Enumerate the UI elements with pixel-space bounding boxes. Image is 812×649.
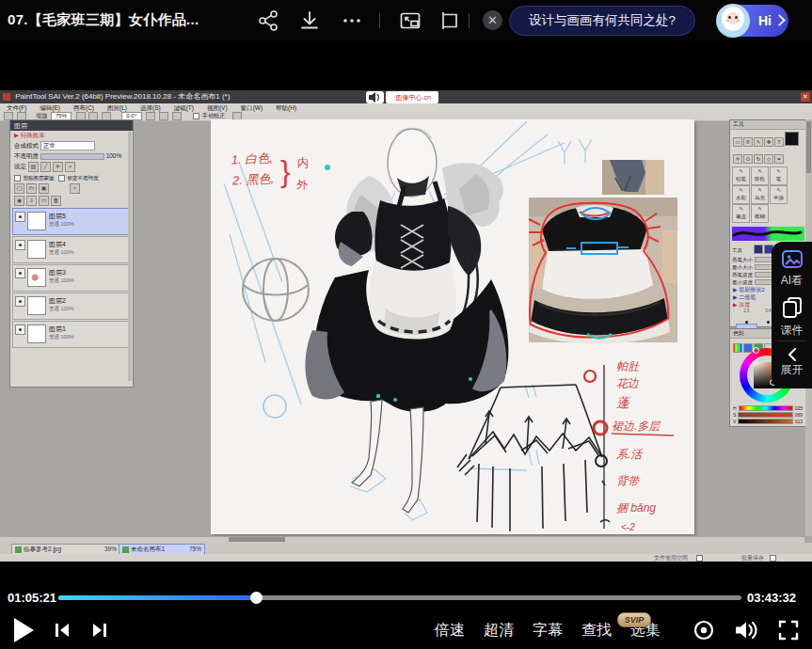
menu-help[interactable]: 帮助(H): [269, 104, 303, 111]
share-icon[interactable]: [257, 9, 279, 32]
wheel-tab-icon[interactable]: [733, 343, 742, 353]
mode-swatch[interactable]: [754, 245, 763, 254]
progress-thumb[interactable]: [250, 592, 263, 604]
magic-wand-icon[interactable]: ✧: [70, 183, 80, 194]
rotate-reset-button[interactable]: [159, 112, 168, 120]
zoom-tool-icon[interactable]: ⊙: [743, 154, 753, 164]
sai-close-button[interactable]: ✕: [801, 92, 810, 102]
brush-eraser[interactable]: ✎橡皮: [732, 204, 750, 223]
eye-icon[interactable]: [15, 268, 25, 278]
quality-button[interactable]: 超清: [484, 621, 514, 641]
rotate-cw-button[interactable]: [172, 112, 182, 120]
expand-label[interactable]: 展开: [772, 362, 812, 378]
opacity-slider[interactable]: [40, 153, 104, 160]
delete-layer-icon[interactable]: 🗑: [51, 196, 61, 206]
menu-edit[interactable]: 编辑(E): [33, 104, 67, 111]
eye-icon[interactable]: [15, 296, 25, 307]
move-lock-icon[interactable]: ✛: [53, 162, 63, 172]
status-checkbox-2[interactable]: [770, 555, 776, 562]
progress-bar[interactable]: [58, 595, 741, 600]
previous-button[interactable]: [53, 621, 72, 640]
note-inner: 内: [297, 156, 309, 169]
vertical-scrollbar-thumb[interactable]: [806, 121, 811, 173]
play-button[interactable]: [14, 618, 35, 642]
move-tool-icon[interactable]: ✥: [764, 137, 773, 147]
close-icon[interactable]: ✕: [483, 10, 502, 30]
brush-flat[interactable]: ✎平涂: [770, 185, 788, 204]
new-folder-icon[interactable]: 🗀: [26, 183, 37, 194]
pip-icon[interactable]: [399, 9, 422, 32]
brush-marker[interactable]: ✎马克: [751, 185, 769, 204]
min-size-label: 最小大小: [732, 263, 753, 271]
fullscreen-icon[interactable]: [777, 619, 800, 641]
collapse-chevron-icon[interactable]: [785, 347, 800, 362]
lock-opacity-checkbox[interactable]: [58, 175, 65, 182]
layers-scrollbar[interactable]: [128, 132, 132, 381]
menu-layer[interactable]: 图层(L): [101, 104, 134, 111]
status-checkbox[interactable]: [696, 555, 703, 562]
layer-row[interactable]: 图层4 普通 100%: [12, 236, 131, 263]
rotate-ccw-button[interactable]: [146, 112, 155, 120]
text-tool-icon[interactable]: T: [774, 137, 784, 147]
clipping-mask-checkbox[interactable]: [14, 175, 21, 182]
subtitle-button[interactable]: 字幕: [533, 621, 563, 641]
layer-row[interactable]: 图层3 普通 100%: [12, 264, 131, 292]
val-slider[interactable]: [738, 419, 792, 424]
horizontal-scrollbar-thumb[interactable]: [229, 537, 285, 542]
fill-lock-icon[interactable]: ▪: [65, 162, 75, 172]
lock-alpha-icon[interactable]: ▨: [28, 162, 39, 172]
search-button[interactable]: 查找: [581, 621, 612, 641]
menu-file[interactable]: 文件(F): [0, 104, 33, 111]
clip-icon[interactable]: [439, 9, 462, 32]
new-mask-icon[interactable]: ▣: [39, 183, 49, 194]
assistant-avatar[interactable]: [716, 4, 750, 38]
pen-lock-icon[interactable]: ╱: [40, 162, 51, 172]
courseware-icon[interactable]: [782, 296, 803, 319]
new-layer-icon[interactable]: ▢: [14, 183, 24, 194]
merge-down-icon[interactable]: ⇩: [26, 196, 37, 206]
current-color-swatch[interactable]: [785, 132, 799, 146]
eye-icon[interactable]: [15, 324, 25, 335]
download-icon[interactable]: [298, 9, 321, 32]
courseware-label[interactable]: 课件: [772, 323, 812, 339]
ai-view-icon[interactable]: [781, 249, 804, 270]
layer-row[interactable]: 图层2 普通 100%: [12, 293, 131, 320]
brush-blur[interactable]: ✎模糊: [751, 204, 769, 223]
show-layer-icon[interactable]: ◉: [14, 196, 24, 206]
blend-mode-dropdown[interactable]: 正常: [40, 141, 95, 150]
menu-filter[interactable]: 滤镜(T): [167, 104, 200, 111]
brush-watercolor[interactable]: ✎水彩: [732, 185, 750, 204]
hand-tool-icon[interactable]: ✛: [733, 154, 742, 164]
menu-select[interactable]: 选择(S): [134, 104, 167, 111]
wand-tool-icon[interactable]: ✎: [754, 137, 763, 147]
clear-layer-icon[interactable]: ▭: [39, 196, 49, 206]
volume-icon[interactable]: [734, 619, 758, 641]
marquee-tool-icon[interactable]: ▭: [733, 137, 742, 147]
eyedropper-tool-icon[interactable]: ✒: [774, 154, 784, 164]
menu-view[interactable]: 视图(V): [200, 104, 234, 111]
eye-icon[interactable]: [15, 212, 25, 222]
menu-window[interactable]: 窗口(W): [234, 104, 269, 111]
ai-view-label[interactable]: AI看: [772, 273, 812, 289]
ai-question-pill[interactable]: 设计与画画有何共同之处?: [509, 6, 695, 36]
layer-thumbnail: [27, 296, 46, 315]
lasso-tool-icon[interactable]: ✆: [743, 137, 753, 147]
correction-checkbox[interactable]: [193, 113, 199, 119]
layer-row[interactable]: 图层5 普通 100%: [12, 208, 131, 235]
next-button[interactable]: [90, 621, 109, 640]
hue-slider[interactable]: [739, 405, 793, 411]
brush-pen[interactable]: ✎笔: [770, 166, 788, 185]
rotate-tool-icon[interactable]: ↻: [754, 154, 763, 164]
sat-slider[interactable]: [738, 412, 792, 418]
menu-canvas[interactable]: 画布(C): [67, 104, 101, 111]
speed-button[interactable]: 倍速: [435, 621, 465, 641]
eye-icon[interactable]: [15, 240, 25, 250]
brush-airbrush[interactable]: ✎喷枪: [751, 166, 769, 185]
preset-dot[interactable]: 1: [736, 313, 757, 324]
special-effect-link[interactable]: ▶ 特殊效果: [10, 131, 133, 140]
more-icon[interactable]: [341, 9, 363, 32]
danmaku-settings-icon[interactable]: [693, 619, 715, 641]
select-tool-icon[interactable]: ◇: [764, 154, 773, 164]
layer-row[interactable]: 图层1 普通 100%: [12, 321, 131, 348]
brush-pencil[interactable]: ✎铅笔: [732, 166, 750, 185]
